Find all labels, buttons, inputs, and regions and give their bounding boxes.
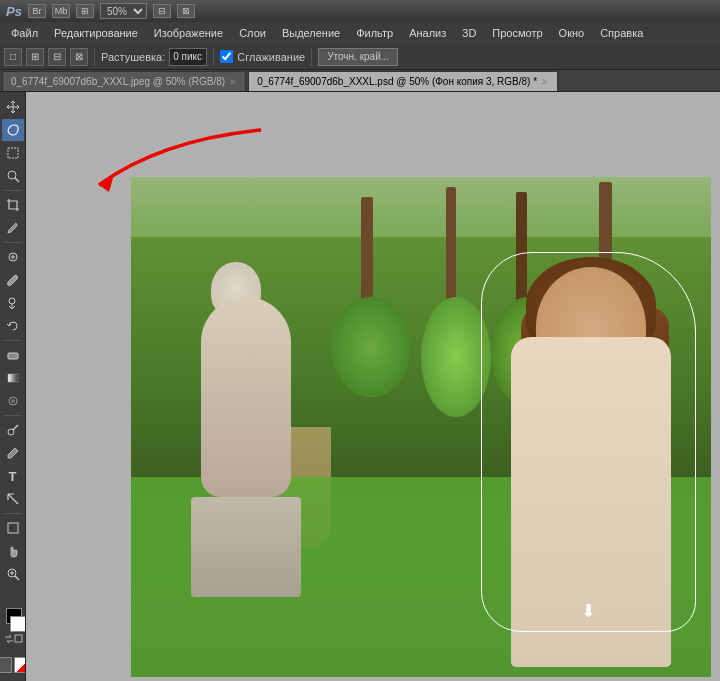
history-brush-tool[interactable]	[2, 315, 24, 337]
menu-bar: Файл Редактирование Изображение Слои Выд…	[0, 22, 720, 44]
svg-point-11	[11, 399, 15, 403]
background-color[interactable]	[10, 616, 26, 632]
svg-rect-14	[8, 523, 18, 533]
separator-1	[94, 48, 95, 66]
statue-base	[191, 497, 301, 597]
statue	[181, 297, 311, 597]
svg-point-2	[8, 171, 16, 179]
crop-tool[interactable]	[2, 194, 24, 216]
menu-analysis[interactable]: Анализ	[402, 25, 453, 41]
smooth-checkbox[interactable]	[220, 50, 233, 63]
tabs-bar: 0_6774f_69007d6b_XXXL.jpeg @ 50% (RGB/8)…	[0, 70, 720, 92]
menu-3d[interactable]: 3D	[455, 25, 483, 41]
toolbar: T	[0, 92, 26, 681]
svg-rect-9	[8, 374, 18, 382]
svg-rect-8	[8, 353, 18, 359]
move-tool[interactable]	[2, 96, 24, 118]
smooth-label: Сглаживание	[237, 51, 305, 63]
tool-sep-4	[4, 415, 22, 416]
zoom-select[interactable]: 50%	[100, 3, 147, 19]
path-select-tool[interactable]	[2, 488, 24, 510]
svg-rect-19	[15, 635, 22, 642]
tool-sep-2	[4, 242, 22, 243]
cursor-indicator: ⬇	[581, 600, 596, 622]
tab-jpeg[interactable]: 0_6774f_69007d6b_XXXL.jpeg @ 50% (RGB/8)…	[2, 71, 246, 91]
clone-tool[interactable]	[2, 292, 24, 314]
swap-colors-icon[interactable]	[4, 634, 14, 644]
layout-icon[interactable]: ⊟	[153, 4, 171, 18]
dodge-tool[interactable]	[2, 419, 24, 441]
menu-filter[interactable]: Фильтр	[349, 25, 400, 41]
menu-image[interactable]: Изображение	[147, 25, 230, 41]
gradient-tool[interactable]	[2, 367, 24, 389]
main-layout: T	[0, 92, 720, 681]
menu-select[interactable]: Выделение	[275, 25, 347, 41]
standard-mode-btn[interactable]	[0, 657, 12, 673]
tool-sep-3	[4, 340, 22, 341]
quick-select-tool[interactable]	[2, 165, 24, 187]
tab-jpeg-close[interactable]: ✕	[229, 77, 237, 87]
separator-2	[213, 48, 214, 66]
feather-input[interactable]	[169, 48, 207, 66]
statue-body	[201, 297, 291, 497]
eraser-tool[interactable]	[2, 344, 24, 366]
svg-line-16	[15, 576, 19, 580]
type-tool[interactable]: T	[2, 465, 24, 487]
tab-psd[interactable]: 0_6774f_69007d6b_XXXL.psd @ 50% (Фон коп…	[248, 71, 558, 91]
spot-heal-tool[interactable]	[2, 246, 24, 268]
bridge-icon[interactable]: Br	[28, 4, 46, 18]
title-bar: Ps Br Mb ⊞ 50% ⊟ ⊠	[0, 0, 720, 22]
svg-rect-1	[8, 148, 18, 158]
separator-3	[311, 48, 312, 66]
svg-line-3	[15, 178, 19, 182]
menu-file[interactable]: Файл	[4, 25, 45, 41]
canvas-area: ⬇	[26, 92, 720, 681]
menu-view[interactable]: Просмотр	[485, 25, 549, 41]
menu-layers[interactable]: Слои	[232, 25, 273, 41]
tree-2	[421, 187, 491, 417]
photo-background: ⬇	[131, 177, 711, 677]
intersect-sel-icon[interactable]: ⊠	[70, 48, 88, 66]
sub-sel-icon[interactable]: ⊟	[48, 48, 66, 66]
blur-tool[interactable]	[2, 390, 24, 412]
eyedropper-tool[interactable]	[2, 217, 24, 239]
svg-point-7	[9, 298, 15, 304]
hand-tool[interactable]	[2, 540, 24, 562]
menu-help[interactable]: Справка	[593, 25, 650, 41]
zoom-tool[interactable]	[2, 563, 24, 585]
refine-edge-button[interactable]: Уточн. край...	[318, 48, 398, 66]
menu-edit[interactable]: Редактирование	[47, 25, 145, 41]
pen-tool[interactable]	[2, 442, 24, 464]
view-icon[interactable]: ⊠	[177, 4, 195, 18]
options-bar: □ ⊞ ⊟ ⊠ Растушевка: Сглаживание Уточн. к…	[0, 44, 720, 70]
tool-sep-5	[4, 513, 22, 514]
svg-marker-20	[99, 178, 113, 192]
rect-select-tool[interactable]	[2, 142, 24, 164]
tool-sep-1	[4, 190, 22, 191]
tab-jpeg-label: 0_6774f_69007d6b_XXXL.jpeg @ 50% (RGB/8)	[11, 76, 225, 87]
photoshop-logo: Ps	[6, 4, 22, 19]
svg-line-13	[13, 425, 18, 430]
svg-line-0	[8, 131, 9, 133]
brush-tool[interactable]	[2, 269, 24, 291]
tab-psd-close[interactable]: ✕	[541, 77, 549, 87]
tree-1	[331, 197, 411, 397]
photo-canvas: ⬇	[131, 177, 711, 677]
arrange-icon[interactable]: ⊞	[76, 4, 94, 18]
lasso-tool[interactable]	[2, 119, 24, 141]
new-sel-icon[interactable]: □	[4, 48, 22, 66]
tab-psd-label: 0_6774f_69007d6b_XXXL.psd @ 50% (Фон коп…	[257, 76, 537, 87]
feather-label: Растушевка:	[101, 51, 165, 63]
minibrige-icon[interactable]: Mb	[52, 4, 70, 18]
default-colors-icon[interactable]	[14, 634, 24, 644]
quick-mask-btn[interactable]	[14, 657, 27, 673]
add-sel-icon[interactable]: ⊞	[26, 48, 44, 66]
shape-tool[interactable]	[2, 517, 24, 539]
menu-window[interactable]: Окно	[552, 25, 592, 41]
